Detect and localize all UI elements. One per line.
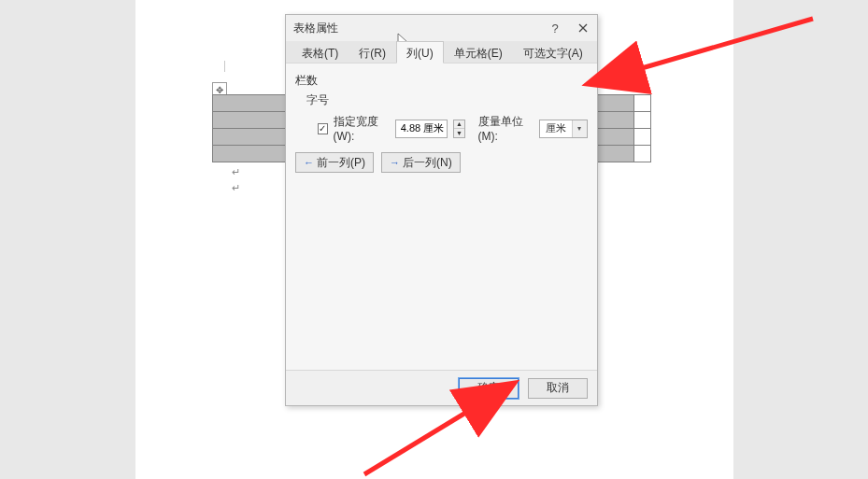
- width-spinner[interactable]: ▲ ▼: [453, 120, 464, 138]
- tab-label: 可选文字(A): [523, 47, 583, 60]
- spinner-up-icon[interactable]: ▲: [454, 120, 463, 130]
- tab-row[interactable]: 行(R): [349, 41, 396, 63]
- dialog-titlebar[interactable]: 表格属性 ?: [286, 15, 597, 41]
- dialog-footer: 确定 取消: [286, 370, 597, 405]
- tab-alt-text[interactable]: 可选文字(A): [513, 41, 593, 63]
- chevron-down-icon[interactable]: ▾: [572, 120, 587, 137]
- previous-column-button[interactable]: ← 前一列(P): [295, 152, 374, 173]
- ruler-tick: [224, 61, 225, 72]
- help-button[interactable]: ?: [541, 15, 569, 41]
- paragraph-mark: ↵: [232, 166, 240, 178]
- next-column-label: 后一列(N): [403, 155, 452, 171]
- spinner-down-icon[interactable]: ▼: [454, 129, 463, 137]
- close-button[interactable]: [569, 15, 597, 41]
- unit-label: 度量单位(M):: [478, 114, 534, 143]
- previous-column-label: 前一列(P): [317, 155, 365, 171]
- paragraph-mark: ↵: [232, 182, 240, 194]
- specify-width-checkbox[interactable]: ✓: [318, 123, 328, 134]
- tab-label: 列(U): [406, 47, 434, 60]
- column-nav-row: ← 前一列(P) → 后一列(N): [295, 152, 588, 173]
- dialog-title: 表格属性: [293, 21, 338, 36]
- arrow-right-icon: →: [390, 157, 400, 168]
- sub-label: 字号: [306, 92, 588, 108]
- tab-column[interactable]: 列(U): [396, 41, 444, 63]
- dialog-tabs: 表格(T) 行(R) 列(U) 单元格(E) 可选文字(A): [286, 41, 597, 63]
- unit-value: 厘米: [540, 121, 572, 135]
- tab-label: 单元格(E): [454, 47, 503, 60]
- dialog-content: 栏数 字号 ✓ 指定宽度(W): ▲ ▼ 度量单位(M): 厘米 ▾ ← 前一列…: [286, 63, 597, 370]
- next-column-button[interactable]: → 后一列(N): [381, 152, 461, 173]
- width-row: ✓ 指定宽度(W): ▲ ▼ 度量单位(M): 厘米 ▾: [318, 114, 588, 143]
- ok-button[interactable]: 确定: [459, 378, 519, 399]
- move-icon: ✥: [216, 85, 223, 95]
- tab-label: 行(R): [359, 47, 386, 60]
- cancel-button[interactable]: 取消: [528, 378, 588, 399]
- tab-table[interactable]: 表格(T): [292, 41, 349, 63]
- unit-dropdown[interactable]: 厘米 ▾: [539, 120, 588, 138]
- table-properties-dialog: 表格属性 ? 表格(T) 行(R) 列(U) 单元格(E) 可选文字(A) 栏数…: [285, 14, 598, 406]
- section-title: 栏数: [295, 73, 588, 89]
- specify-width-label: 指定宽度(W):: [334, 114, 391, 143]
- tab-label: 表格(T): [302, 47, 338, 60]
- tab-cell[interactable]: 单元格(E): [444, 41, 513, 63]
- arrow-left-icon: ←: [304, 157, 314, 168]
- width-input[interactable]: [395, 120, 448, 138]
- close-icon: [578, 23, 588, 33]
